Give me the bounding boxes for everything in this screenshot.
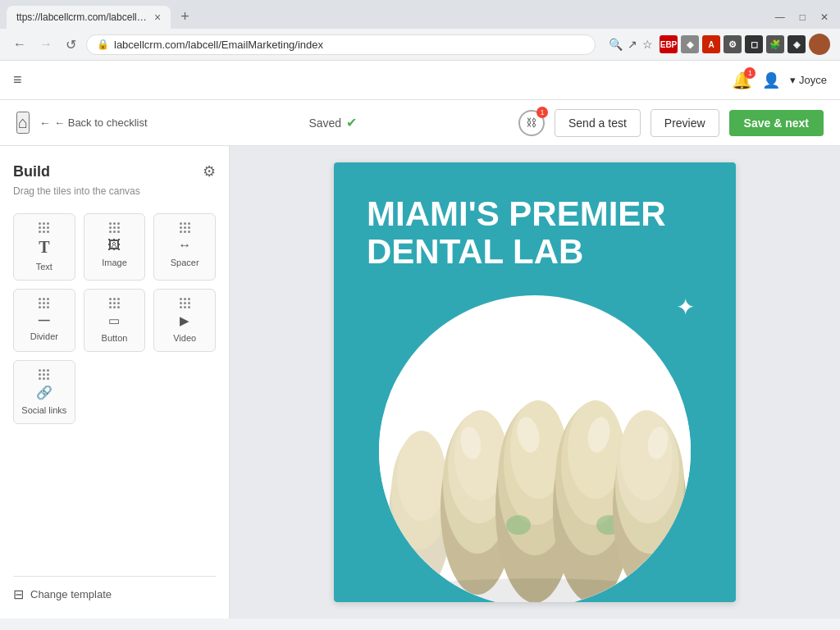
spacer-tile-icon: ↔ <box>178 238 191 253</box>
image-tile-icon: 🖼 <box>107 238 121 253</box>
close-button[interactable]: ✕ <box>815 10 833 25</box>
search-icon[interactable]: 🔍 <box>609 38 623 51</box>
email-header-section: MIAMI'S PREMIER DENTAL LAB ✦ <box>334 162 736 602</box>
spacer-tile-label: Spacer <box>171 258 199 267</box>
text-tile-label: Text <box>36 262 52 272</box>
send-test-button[interactable]: Send a test <box>555 109 641 137</box>
minimize-button[interactable]: — <box>770 10 790 25</box>
back-link-text: ← Back to checklist <box>54 116 147 129</box>
tile-video[interactable]: ▶ Video <box>153 289 216 352</box>
lock-icon: 🔒 <box>97 39 109 50</box>
ext-ebp: EBP <box>660 35 678 53</box>
sidebar-header: Build ⚙ <box>13 162 216 180</box>
toolbar: ⌂ ← ← Back to checklist Saved ✔ ⛓ 1 Send… <box>0 100 840 146</box>
divider-tile-icon: — <box>39 313 50 326</box>
button-tile-icon: ▭ <box>108 313 120 328</box>
ext-gear: ⚙ <box>724 35 742 53</box>
refresh-button[interactable]: ↺ <box>62 35 80 54</box>
tile-social-dots <box>39 369 49 380</box>
button-tile-label: Button <box>102 333 128 343</box>
change-template-label: Change template <box>30 588 112 600</box>
sidebar-settings-icon[interactable]: ⚙ <box>203 162 216 180</box>
sidebar-title: Build <box>13 163 50 180</box>
email-canvas: MIAMI'S PREMIER DENTAL LAB ✦ <box>334 162 736 602</box>
tab-close-button[interactable]: × <box>154 11 161 24</box>
tab-bar: ttps://labcellcrm.com/labcell/E... × + —… <box>0 0 840 29</box>
tile-spacer-dots <box>180 222 190 233</box>
ext-box: ◻ <box>745 35 763 53</box>
svg-point-26 <box>387 578 682 602</box>
url-box[interactable]: 🔒 labcellcrm.com/labcell/EmailMarketing/… <box>86 34 596 55</box>
home-button[interactable]: ⌂ <box>16 112 30 134</box>
url-text: labcellcrm.com/labcell/EmailMarketing/in… <box>114 39 585 51</box>
video-tile-label: Video <box>173 333 196 343</box>
tile-image-dots <box>109 222 120 233</box>
link-counter-button[interactable]: ⛓ 1 <box>518 110 545 136</box>
sidebar: Build ⚙ Drag the tiles into the canvas T… <box>0 146 230 619</box>
extension-icons: EBP ◆ A ⚙ ◻ 🧩 ◈ <box>660 34 830 55</box>
share-icon[interactable]: ↗ <box>628 38 637 51</box>
saved-checkmark-icon: ✔ <box>346 115 357 130</box>
address-icons: 🔍 ↗ ☆ <box>609 38 653 51</box>
change-template-button[interactable]: ⊟ Change template <box>13 587 216 602</box>
tile-social-links[interactable]: 🔗 Social links <box>13 360 75 424</box>
headline-line1: MIAMI'S PREMIER <box>367 194 666 233</box>
ext-1: ◆ <box>681 35 699 53</box>
tab-title: ttps://labcellcrm.com/labcell/E... <box>16 11 148 23</box>
hamburger-menu[interactable]: ≡ <box>13 71 22 89</box>
tile-image[interactable]: 🖼 Image <box>84 213 146 281</box>
saved-text: Saved <box>308 116 341 130</box>
app-topbar: ≡ 🔔 1 👤 ▾ Joyce <box>0 61 840 100</box>
ext-acrobat: A <box>702 35 720 53</box>
tile-video-dots <box>180 298 190 308</box>
svg-point-24 <box>620 410 673 500</box>
teeth-svg <box>379 377 691 602</box>
topbar-right: 🔔 1 👤 ▾ Joyce <box>732 71 827 90</box>
bookmark-icon[interactable]: ☆ <box>642 38 653 51</box>
active-tab[interactable]: ttps://labcellcrm.com/labcell/E... × <box>7 6 171 29</box>
save-next-button[interactable]: Save & next <box>729 110 824 136</box>
user-label[interactable]: ▾ Joyce <box>790 74 827 86</box>
sidebar-subtitle: Drag the tiles into the canvas <box>13 185 216 197</box>
tile-button[interactable]: ▭ Button <box>84 289 146 352</box>
ext-chrome: ◈ <box>788 35 806 53</box>
counter-badge: 1 <box>536 107 548 118</box>
saved-indicator: Saved ✔ <box>308 115 357 130</box>
divider-tile-label: Divider <box>30 331 58 341</box>
app-container: ≡ 🔔 1 👤 ▾ Joyce ⌂ ← ← Back to checklist … <box>0 61 840 619</box>
text-tile-icon: T <box>39 238 49 257</box>
ext-puzzle: 🧩 <box>766 35 784 53</box>
white-circle-bg <box>379 295 691 602</box>
user-icon: 👤 <box>762 71 780 89</box>
tile-button-dots <box>109 298 120 308</box>
browser-chrome: ttps://labcellcrm.com/labcell/E... × + —… <box>0 0 840 61</box>
social-tile-icon: 🔗 <box>36 385 52 400</box>
teeth-illustration-container <box>334 295 736 602</box>
svg-point-3 <box>397 431 446 521</box>
back-nav-button[interactable]: ← <box>10 35 30 53</box>
change-template-icon: ⊟ <box>13 587 24 602</box>
sidebar-bottom: ⊟ Change template <box>13 576 216 602</box>
profile-avatar[interactable] <box>809 34 830 55</box>
email-headline: MIAMI'S PREMIER DENTAL LAB <box>367 195 703 271</box>
bell-badge: 1 <box>744 67 756 79</box>
tile-text-dots <box>39 222 49 233</box>
tile-divider-dots <box>39 298 49 308</box>
single-tile-row: 🔗 Social links <box>13 360 216 424</box>
maximize-button[interactable]: □ <box>795 10 810 25</box>
back-arrow-icon: ← <box>39 116 51 130</box>
social-tile-label: Social links <box>21 405 66 415</box>
notification-bell[interactable]: 🔔 1 <box>732 71 752 90</box>
back-to-checklist-link[interactable]: ← ← Back to checklist <box>39 116 147 130</box>
tile-text[interactable]: T Text <box>13 213 75 281</box>
tile-divider[interactable]: — Divider <box>13 289 75 352</box>
headline-line2: DENTAL LAB <box>367 232 583 271</box>
address-bar: ← → ↺ 🔒 labcellcrm.com/labcell/EmailMark… <box>0 29 840 60</box>
forward-nav-button[interactable]: → <box>36 35 56 53</box>
new-tab-button[interactable]: + <box>174 5 196 29</box>
preview-button[interactable]: Preview <box>651 109 719 137</box>
video-tile-icon: ▶ <box>180 313 189 328</box>
image-tile-label: Image <box>102 258 127 267</box>
tile-spacer[interactable]: ↔ Spacer <box>153 213 216 281</box>
tiles-grid: T Text 🖼 Image <box>13 213 216 352</box>
